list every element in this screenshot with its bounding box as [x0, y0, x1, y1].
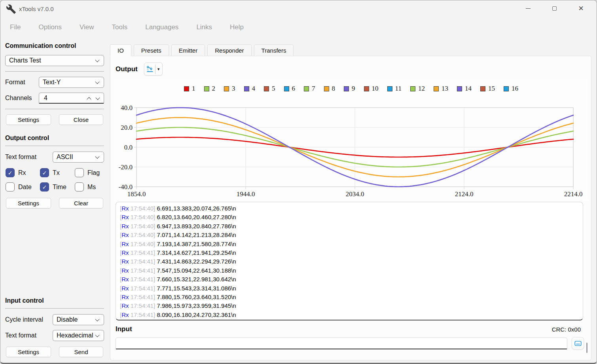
chevron-down-icon: [95, 154, 99, 159]
checkbox-box[interactable]: [75, 182, 84, 191]
chevron-up-icon[interactable]: [87, 97, 91, 101]
chevron-down-icon: [95, 317, 99, 321]
input-format-button[interactable]: [572, 337, 584, 349]
menu-view[interactable]: View: [80, 23, 94, 31]
maximize-button[interactable]: [541, 0, 568, 16]
legend-item-5[interactable]: 5: [264, 85, 275, 93]
checkbox-box[interactable]: [6, 182, 15, 191]
tab-io[interactable]: IO: [110, 44, 131, 56]
log-rx-tag: Rx: [121, 311, 129, 318]
chevron-down-icon: [95, 58, 99, 62]
tab-emitter[interactable]: Emitter: [171, 44, 205, 56]
cycle-interval-dropdown[interactable]: Disable: [53, 314, 104, 325]
cycle-interval-value: Disable: [57, 316, 78, 323]
legend-item-15[interactable]: 15: [480, 85, 495, 93]
legend-swatch: [244, 86, 249, 91]
checkbox-label: Time: [53, 184, 66, 191]
legend-label: 6: [292, 85, 296, 93]
chevron-down-icon[interactable]: [95, 95, 100, 100]
output-settings-button[interactable]: Settings: [6, 198, 51, 209]
checkbox-rx[interactable]: ✓Rx: [6, 168, 40, 177]
input-settings-button[interactable]: Settings: [6, 347, 51, 357]
input-field[interactable]: [116, 337, 567, 349]
legend-item-6[interactable]: 6: [284, 85, 296, 93]
menu-options[interactable]: Options: [38, 23, 62, 31]
legend-label: 14: [465, 85, 472, 93]
legend-item-1[interactable]: 1: [184, 85, 195, 93]
divider: [5, 71, 104, 72]
chart-xlabel: 2034.0: [346, 190, 364, 198]
log-timestamp: 17:54:41]: [129, 294, 157, 300]
checkbox-time[interactable]: ✓Time: [40, 182, 75, 191]
log-rx-tag: Rx: [121, 205, 129, 212]
log-rx-tag: Rx: [121, 223, 129, 229]
chart-legend: 12345678910111213141516: [114, 85, 588, 93]
legend-item-2[interactable]: 2: [204, 85, 216, 93]
legend-swatch: [387, 86, 392, 91]
checkbox-date[interactable]: Date: [6, 182, 40, 191]
menu-tools[interactable]: Tools: [112, 23, 128, 31]
legend-item-8[interactable]: 8: [324, 85, 335, 93]
log-line: [Rx 17:54:41] 7.660,15.321,22.981,30.642…: [120, 275, 579, 284]
comm-settings-button[interactable]: Settings: [6, 114, 51, 125]
legend-swatch: [224, 86, 229, 91]
input-control-header: Input control: [5, 297, 104, 304]
log-timestamp: 17:54:41]: [129, 249, 157, 256]
legend-item-9[interactable]: 9: [344, 85, 355, 93]
log-values: 7.193,14.387,21.580,28.774\n: [157, 241, 236, 247]
output-clear-button[interactable]: Clear: [59, 198, 103, 209]
minimize-button[interactable]: [515, 0, 541, 16]
menu-file[interactable]: File: [10, 23, 21, 31]
menu-help[interactable]: Help: [230, 23, 244, 31]
tab-responder[interactable]: Responder: [207, 44, 251, 56]
dropdown-arrow-icon[interactable]: ▼: [157, 67, 160, 71]
legend-swatch: [284, 86, 289, 91]
tab-bar: IO Presets Emitter Responder Transfers: [110, 44, 294, 56]
log-line: [Rx 17:54:41] 7.314,14.627,21.941,29.254…: [120, 248, 579, 257]
input-text-format-dropdown[interactable]: Hexadecimal: [53, 330, 104, 341]
legend-item-16[interactable]: 16: [504, 85, 518, 93]
comm-close-button[interactable]: Close: [59, 114, 103, 125]
chart-view-button[interactable]: ▼: [144, 63, 163, 76]
legend-swatch: [364, 86, 369, 91]
chevron-down-icon: [95, 333, 99, 337]
menu-languages[interactable]: Languages: [145, 23, 178, 31]
legend-item-14[interactable]: 14: [457, 85, 472, 93]
checkbox-box[interactable]: ✓: [6, 168, 15, 177]
checkbox-box[interactable]: [75, 168, 84, 177]
checkbox-flag[interactable]: Flag: [75, 168, 104, 177]
legend-item-11[interactable]: 11: [387, 85, 402, 93]
input-send-button[interactable]: Send: [59, 347, 103, 357]
checkbox-tx[interactable]: ✓Tx: [40, 168, 75, 177]
close-icon: ✕: [578, 5, 584, 12]
log-line: [Rx 17:54:41] 7.547,15.094,22.641,30.188…: [120, 266, 579, 275]
chart-plot: 40.020.00.0-20.0-40.01854.01944.02034.02…: [114, 79, 588, 201]
checkbox-label: Ms: [87, 184, 96, 191]
legend-item-4[interactable]: 4: [244, 85, 256, 93]
menubar: File Options View Tools Languages Links …: [0, 21, 244, 34]
log-timestamp: 17:54:40]: [129, 223, 157, 229]
output-text-format-dropdown[interactable]: ASCII: [53, 152, 104, 163]
tab-transfers[interactable]: Transfers: [254, 44, 294, 56]
legend-item-12[interactable]: 12: [410, 85, 425, 93]
close-button[interactable]: ✕: [568, 0, 594, 16]
checkbox-box[interactable]: ✓: [40, 168, 49, 177]
checkbox-box[interactable]: ✓: [40, 182, 49, 191]
tab-presets[interactable]: Presets: [134, 44, 169, 56]
checkbox-ms[interactable]: Ms: [75, 182, 104, 191]
format-dropdown[interactable]: Text-Y: [39, 77, 104, 88]
crc-label: CRC:: [552, 326, 567, 333]
menu-links[interactable]: Links: [196, 23, 212, 31]
log-timestamp: 17:54:41]: [129, 302, 157, 309]
log-scrollbar[interactable]: [586, 343, 588, 353]
app-window: xTools v7.0.0 ✕ File Options View Tools …: [0, 0, 597, 364]
channels-spinner[interactable]: 4: [39, 93, 104, 104]
legend-item-10[interactable]: 10: [364, 85, 379, 93]
log-timestamp: 17:54:41]: [129, 276, 157, 282]
legend-item-3[interactable]: 3: [224, 85, 235, 93]
device-type-dropdown[interactable]: Charts Test: [5, 55, 104, 66]
chevron-down-icon: [95, 80, 99, 84]
legend-item-7[interactable]: 7: [304, 85, 315, 93]
output-log[interactable]: [Rx 17:54:40] 6.691,13.383,20.074,26.765…: [116, 202, 583, 320]
legend-item-13[interactable]: 13: [434, 85, 448, 93]
